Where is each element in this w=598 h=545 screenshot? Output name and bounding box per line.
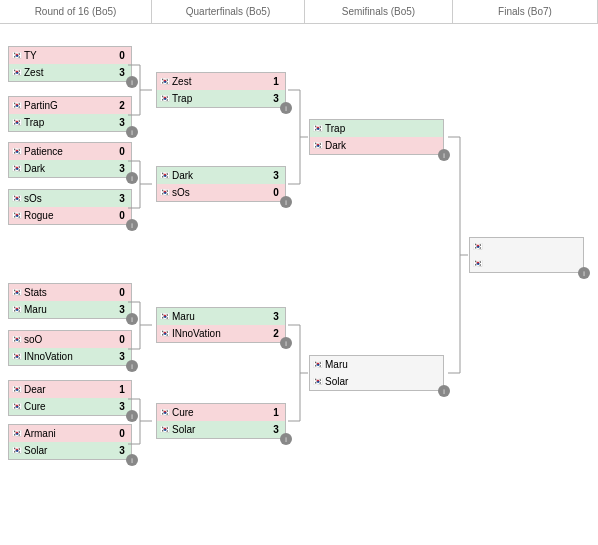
- r16-m5-info[interactable]: i: [126, 313, 138, 325]
- qf-match-2: 🇰🇷 Dark 3 🇰🇷 sOs 0 i: [156, 166, 286, 202]
- r16-match-7: 🇰🇷 Dear 1 🇰🇷 Cure 3 i: [8, 380, 132, 416]
- qf-m4-p1-score: 1: [270, 407, 282, 418]
- qf-m2-p2: 🇰🇷 sOs 0: [157, 184, 285, 201]
- sf-m1-p1: 🇰🇷 Trap: [310, 120, 443, 137]
- qf-m2-info[interactable]: i: [280, 196, 292, 208]
- qf-m3-p1: 🇰🇷 Maru 3: [157, 308, 285, 325]
- r16-m8-p1: 🇰🇷 Armani 0: [9, 425, 131, 442]
- qf-m1-p2-score: 3: [270, 93, 282, 104]
- r16-m4-p1: 🇰🇷 sOs 3: [9, 190, 131, 207]
- qf-m3-p2-score: 2: [270, 328, 282, 339]
- qf-m2-p1-name: Dark: [172, 170, 268, 181]
- r16-m2-p2-name: Trap: [24, 117, 114, 128]
- finals-p2: 🇰🇷: [470, 255, 583, 272]
- r16-header: Round of 16 (Bo5): [0, 0, 152, 23]
- r16-m2-info[interactable]: i: [126, 126, 138, 138]
- sf-m1-info[interactable]: i: [438, 149, 450, 161]
- f-header: Finals (Bo7): [453, 0, 598, 23]
- r16-m6-p1: 🇰🇷 soO 0: [9, 331, 131, 348]
- qf-header: Quarterfinals (Bo5): [152, 0, 305, 23]
- qf-m3-info[interactable]: i: [280, 337, 292, 349]
- r16-m7-p1-name: Dear: [24, 384, 114, 395]
- qf-m1-info[interactable]: i: [280, 102, 292, 114]
- r16-m2-p2: 🇰🇷 Trap 3: [9, 114, 131, 131]
- r16-match-6: 🇰🇷 soO 0 🇰🇷 INnoVation 3 i: [8, 330, 132, 366]
- r16-m4-p2-score: 0: [116, 210, 128, 221]
- r16-m8-info[interactable]: i: [126, 454, 138, 466]
- r16-m8-p1-score: 0: [116, 428, 128, 439]
- sf-m2-info[interactable]: i: [438, 385, 450, 397]
- qf-m3-p2: 🇰🇷 INnoVation 2: [157, 325, 285, 342]
- sf-m1-p2-name: Dark: [325, 140, 426, 151]
- sf-match-2: 🇰🇷 Maru 🇰🇷 Solar i: [309, 355, 444, 391]
- qf-m4-p2: 🇰🇷 Solar 3: [157, 421, 285, 438]
- r16-m8-p2-score: 3: [116, 445, 128, 456]
- r16-m6-p1-score: 0: [116, 334, 128, 345]
- sf-m2-p2: 🇰🇷 Solar: [310, 373, 443, 390]
- sf-m2-p1: 🇰🇷 Maru: [310, 356, 443, 373]
- r16-m2-p1: 🇰🇷 PartinG 2: [9, 97, 131, 114]
- r16-m8-p2-name: Solar: [24, 445, 114, 456]
- r16-m7-p2: 🇰🇷 Cure 3: [9, 398, 131, 415]
- r16-m1-p1: 🇰🇷 TY 0: [9, 47, 131, 64]
- r16-m7-p2-score: 3: [116, 401, 128, 412]
- r16-m3-p2-score: 3: [116, 163, 128, 174]
- r16-m1-p2-name: Zest: [24, 67, 114, 78]
- r16-m5-p1-score: 0: [116, 287, 128, 298]
- r16-m7-p2-name: Cure: [24, 401, 114, 412]
- qf-m2-p1: 🇰🇷 Dark 3: [157, 167, 285, 184]
- r16-m1-p2: 🇰🇷 Zest 3: [9, 64, 131, 81]
- r16-match-3: 🇰🇷 Patience 0 🇰🇷 Dark 3 i: [8, 142, 132, 178]
- qf-m4-p2-name: Solar: [172, 424, 268, 435]
- r16-m5-p2-score: 3: [116, 304, 128, 315]
- finals-info[interactable]: i: [578, 267, 590, 279]
- r16-m7-p1: 🇰🇷 Dear 1: [9, 381, 131, 398]
- r16-m8-p2: 🇰🇷 Solar 3: [9, 442, 131, 459]
- r16-m6-p2-name: INnoVation: [24, 351, 114, 362]
- r16-m5-p2: 🇰🇷 Maru 3: [9, 301, 131, 318]
- r16-m4-p2-name: Rogue: [24, 210, 114, 221]
- qf-m1-p2-name: Trap: [172, 93, 268, 104]
- sf-m1-p1-name: Trap: [325, 123, 426, 134]
- r16-m3-p2: 🇰🇷 Dark 3: [9, 160, 131, 177]
- r16-m4-p1-score: 3: [116, 193, 128, 204]
- r16-match-2: 🇰🇷 PartinG 2 🇰🇷 Trap 3 i: [8, 96, 132, 132]
- r16-m1-info[interactable]: i: [126, 76, 138, 88]
- r16-match-4: 🇰🇷 sOs 3 🇰🇷 Rogue 0 i: [8, 189, 132, 225]
- r16-m6-p2-score: 3: [116, 351, 128, 362]
- qf-m2-p2-name: sOs: [172, 187, 268, 198]
- sf-match-1: 🇰🇷 Trap 🇰🇷 Dark i: [309, 119, 444, 155]
- r16-m3-p1-score: 0: [116, 146, 128, 157]
- r16-m4-info[interactable]: i: [126, 219, 138, 231]
- finals-match: 🇰🇷 🇰🇷 i: [469, 237, 584, 273]
- qf-match-4: 🇰🇷 Cure 1 🇰🇷 Solar 3 i: [156, 403, 286, 439]
- qf-m3-p1-score: 3: [270, 311, 282, 322]
- bracket-container: Round of 16 (Bo5) Quarterfinals (Bo5) Se…: [0, 0, 598, 545]
- r16-match-5: 🇰🇷 Stats 0 🇰🇷 Maru 3 i: [8, 283, 132, 319]
- sf-m2-p1-name: Maru: [325, 359, 426, 370]
- r16-m5-p1-name: Stats: [24, 287, 114, 298]
- qf-m4-p2-score: 3: [270, 424, 282, 435]
- r16-m2-p1-name: PartinG: [24, 100, 114, 111]
- r16-m3-p2-name: Dark: [24, 163, 114, 174]
- bracket-area: 🇰🇷 TY 0 🇰🇷 Zest 3 i 🇰🇷: [0, 24, 598, 545]
- qf-m4-p1-name: Cure: [172, 407, 268, 418]
- r16-m5-p2-name: Maru: [24, 304, 114, 315]
- r16-m3-info[interactable]: i: [126, 172, 138, 184]
- qf-m3-p1-name: Maru: [172, 311, 268, 322]
- r16-m1-p2-score: 3: [116, 67, 128, 78]
- r16-m8-p1-name: Armani: [24, 428, 114, 439]
- r16-m6-info[interactable]: i: [126, 360, 138, 372]
- qf-m1-p2: 🇰🇷 Trap 3: [157, 90, 285, 107]
- qf-m3-p2-name: INnoVation: [172, 328, 268, 339]
- qf-match-3: 🇰🇷 Maru 3 🇰🇷 INnoVation 2 i: [156, 307, 286, 343]
- r16-m3-p1: 🇰🇷 Patience 0: [9, 143, 131, 160]
- qf-m2-p1-score: 3: [270, 170, 282, 181]
- r16-m2-p1-score: 2: [116, 100, 128, 111]
- r16-m4-p2: 🇰🇷 Rogue 0: [9, 207, 131, 224]
- qf-m4-info[interactable]: i: [280, 433, 292, 445]
- r16-m7-info[interactable]: i: [126, 410, 138, 422]
- qf-m1-p1-name: Zest: [172, 76, 268, 87]
- r16-m6-p2: 🇰🇷 INnoVation 3: [9, 348, 131, 365]
- rounds-header: Round of 16 (Bo5) Quarterfinals (Bo5) Se…: [0, 0, 598, 24]
